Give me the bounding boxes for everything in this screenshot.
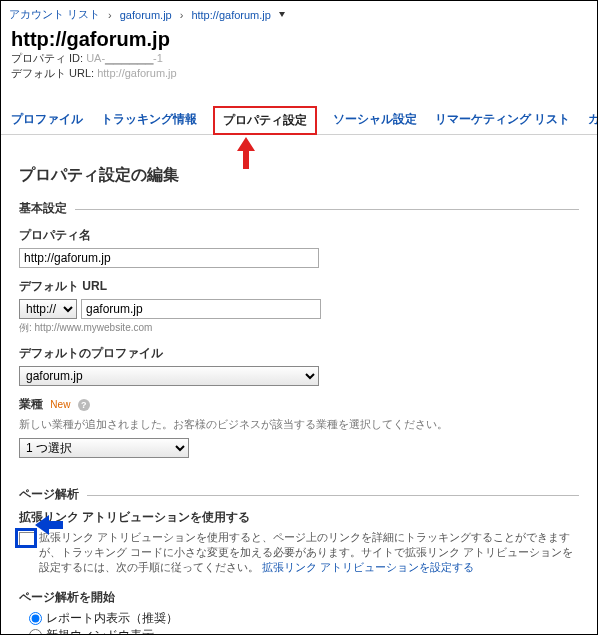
label-industry: 業種 New ? xyxy=(19,396,579,413)
property-id-line: プロパティ ID: UA-▁▁▁▁▁▁-1 xyxy=(11,51,587,66)
panel-heading: プロパティ設定の編集 xyxy=(19,165,579,186)
radio-in-report[interactable]: レポート内表示（推奨） xyxy=(29,610,579,627)
tab-tracking[interactable]: トラッキング情報 xyxy=(99,105,199,134)
breadcrumb-sep: › xyxy=(176,9,188,21)
label-property-name: プロパティ名 xyxy=(19,227,579,244)
enhanced-attr-desc: 拡張リンク アトリビューションを使用すると、ページ上のリンクを詳細にトラッキング… xyxy=(39,530,579,575)
breadcrumb-property[interactable]: gaforum.jp xyxy=(120,9,172,21)
label-default-profile: デフォルトのプロファイル xyxy=(19,345,579,362)
protocol-select[interactable]: http:// xyxy=(19,299,77,319)
breadcrumb: アカウント リスト › gaforum.jp › http://gaforum.… xyxy=(1,1,597,26)
industry-select[interactable]: 1 つ選択 xyxy=(19,438,189,458)
help-icon[interactable]: ? xyxy=(78,399,90,411)
tab-custom[interactable]: カスタム定義 xyxy=(586,105,598,134)
new-badge: New xyxy=(50,399,70,410)
radio-in-report-input[interactable] xyxy=(29,612,42,625)
breadcrumb-account-list[interactable]: アカウント リスト xyxy=(9,7,100,22)
label-enhanced-attr: 拡張リンク アトリビューションを使用する xyxy=(19,509,579,526)
industry-desc: 新しい業種が追加されました。お客様のビジネスが該当する業種を選択してください。 xyxy=(19,417,579,432)
enhanced-attr-checkbox[interactable] xyxy=(19,532,35,548)
tab-social[interactable]: ソーシャル設定 xyxy=(331,105,419,134)
radio-new-window-input[interactable] xyxy=(29,629,42,635)
breadcrumb-profile[interactable]: http://gaforum.jp xyxy=(191,9,271,21)
section-basic: 基本設定 xyxy=(19,200,579,217)
breadcrumb-sep: › xyxy=(104,9,116,21)
chevron-down-icon[interactable] xyxy=(279,12,285,17)
label-start-analysis: ページ解析を開始 xyxy=(19,589,579,606)
default-url-input[interactable] xyxy=(81,299,321,319)
default-profile-select[interactable]: gaforum.jp xyxy=(19,366,319,386)
default-url-line: デフォルト URL: http://gaforum.jp xyxy=(11,66,587,81)
property-name-input[interactable] xyxy=(19,248,319,268)
tab-remarketing[interactable]: リマーケティング リスト xyxy=(433,105,572,134)
tab-property-settings[interactable]: プロパティ設定 xyxy=(213,106,317,135)
tabs: プロファイル トラッキング情報 プロパティ設定 ソーシャル設定 リマーケティング… xyxy=(1,105,597,135)
section-page-analysis: ページ解析 xyxy=(19,486,579,503)
radio-new-window[interactable]: 新規ウィンドウ表示 xyxy=(29,627,579,635)
tab-profile[interactable]: プロファイル xyxy=(9,105,85,134)
page-title: http://gaforum.jp xyxy=(11,28,587,51)
label-default-url: デフォルト URL xyxy=(19,278,579,295)
default-url-hint: 例: http://www.mywebsite.com xyxy=(19,321,579,335)
enhanced-attr-link[interactable]: 拡張リンク アトリビューションを設定する xyxy=(262,561,474,573)
